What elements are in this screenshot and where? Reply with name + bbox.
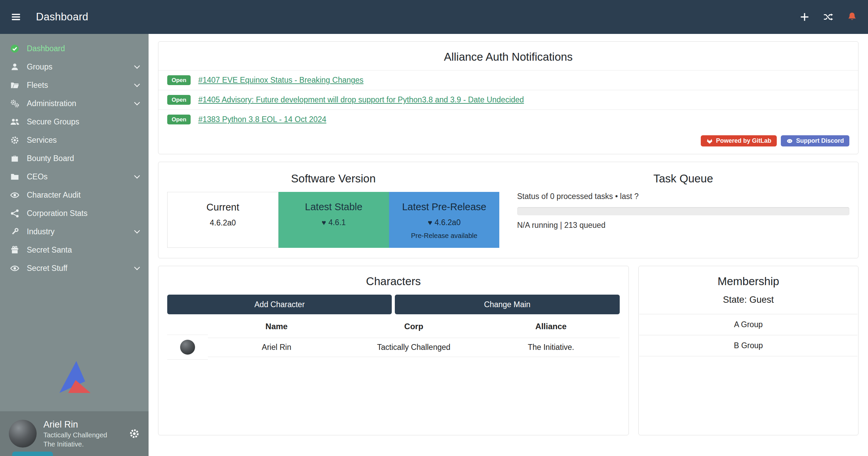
- menu-icon[interactable]: [11, 11, 26, 23]
- version-label: Latest Pre-Release: [392, 201, 496, 213]
- software-version-title: Software Version: [167, 172, 500, 185]
- notification-link[interactable]: #1405 Advisory: Future development will …: [198, 95, 524, 104]
- table-header-name: Name: [208, 317, 345, 335]
- gear-icon[interactable]: [129, 428, 140, 439]
- sidebar-item-bounty-board[interactable]: Bounty Board: [0, 149, 149, 167]
- membership-card: Membership State: Guest A Group B Group: [638, 266, 859, 435]
- table-row-name: Ariel Rin: [208, 338, 345, 357]
- share-icon: [10, 209, 19, 218]
- chevron-down-icon: [134, 81, 140, 87]
- sidebar-bottom-accent: [12, 452, 53, 456]
- users-icon: [10, 117, 19, 126]
- eye-icon: [10, 264, 19, 273]
- gitlab-badge-label: Powered by GitLab: [716, 137, 771, 144]
- notifications-footer: Powered by GitLab Support Discord: [158, 129, 858, 154]
- version-panel-stable: Latest Stable ♥4.6.1: [278, 192, 389, 248]
- version-panel-current: Current 4.6.2a0: [167, 192, 278, 248]
- sidebar-item-ceos[interactable]: CEOs: [0, 167, 149, 186]
- sidebar-item-secret-stuff[interactable]: Secret Stuff: [0, 259, 149, 277]
- discord-badge[interactable]: Support Discord: [781, 135, 849, 146]
- list-item-group-a: A Group: [639, 314, 857, 335]
- sidebar-item-secure-groups[interactable]: Secure Groups: [0, 113, 149, 131]
- sidebar-item-label: CEOs: [27, 172, 128, 181]
- table-header-corp: Corp: [345, 317, 483, 335]
- characters-table: Name Corp Alliance Ariel Rin Tactically …: [167, 317, 620, 360]
- sidebar-nav: Dashboard Groups Fleets Administration: [0, 34, 149, 277]
- eye-icon: [10, 191, 19, 200]
- gear-icon: [10, 136, 19, 145]
- characters-card: Characters Add Character Change Main Nam…: [158, 266, 629, 435]
- shuffle-icon[interactable]: [823, 12, 833, 22]
- sidebar-item-dashboard[interactable]: Dashboard: [0, 39, 149, 58]
- table-row-alliance: The Initiative.: [482, 338, 620, 357]
- sidebar-item-label: Secret Santa: [27, 245, 139, 255]
- discord-icon: [786, 138, 793, 144]
- sidebar-item-secret-santa[interactable]: Secret Santa: [0, 241, 149, 259]
- notification-link[interactable]: #1407 EVE Equinox Status - Breaking Chan…: [198, 76, 363, 85]
- status-card: Software Version Current 4.6.2a0 Latest …: [158, 162, 859, 258]
- sidebar-item-label: Groups: [27, 62, 128, 72]
- version-number: 4.6.1: [328, 218, 346, 227]
- characters-title: Characters: [167, 275, 620, 288]
- notification-row: Open #1405 Advisory: Future development …: [158, 90, 858, 110]
- sidebar-item-administration[interactable]: Administration: [0, 94, 149, 113]
- folder-open-icon: [10, 81, 19, 90]
- gitlab-badge[interactable]: Powered by GitLab: [701, 135, 777, 146]
- task-queue-status: Status of 0 processed tasks • last ?: [517, 192, 850, 201]
- prerelease-note: Pre-Release available: [392, 232, 496, 240]
- main-content: Alliance Auth Notifications Open #1407 E…: [149, 34, 868, 456]
- sidebar-item-label: Fleets: [27, 81, 128, 90]
- sidebar-item-character-audit[interactable]: Character Audit: [0, 186, 149, 204]
- sidebar-item-label: Administration: [27, 99, 128, 108]
- gitlab-icon: [706, 138, 713, 144]
- user-alliance: The Initiative.: [43, 440, 107, 448]
- folder-icon: [10, 172, 19, 181]
- sidebar-item-label: Corporation Stats: [27, 209, 139, 218]
- sidebar-item-label: Industry: [27, 227, 128, 236]
- chevron-down-icon: [134, 264, 140, 270]
- table-header-spacer: [167, 322, 208, 330]
- heart-icon: ♥: [322, 218, 326, 227]
- check-circle-icon: [10, 44, 19, 53]
- notification-row: Open #1383 Python 3.8 EOL - 14 Oct 2024: [158, 110, 858, 129]
- chevron-down-icon: [134, 173, 140, 179]
- version-label: Current: [171, 202, 275, 213]
- membership-title: Membership: [639, 275, 858, 288]
- sidebar-item-label: Secure Groups: [27, 117, 139, 126]
- chevron-down-icon: [134, 228, 140, 234]
- sidebar-item-label: Secret Stuff: [27, 264, 128, 273]
- membership-state: State: Guest: [639, 295, 858, 305]
- plus-icon[interactable]: [799, 12, 810, 22]
- navbar-actions: [799, 12, 857, 22]
- bell-icon[interactable]: [847, 12, 857, 22]
- app-root: Dashboard Dashboard Groups: [0, 0, 868, 456]
- notification-row: Open #1407 EVE Equinox Status - Breaking…: [158, 70, 858, 90]
- add-character-button[interactable]: Add Character: [167, 295, 392, 314]
- sidebar-item-industry[interactable]: Industry: [0, 222, 149, 241]
- sidebar-item-services[interactable]: Services: [0, 131, 149, 149]
- page-title: Dashboard: [36, 11, 88, 23]
- sidebar-item-label: Dashboard: [27, 44, 139, 53]
- status-badge: Open: [167, 115, 191, 124]
- wrench-icon: [10, 227, 19, 236]
- sidebar-item-groups[interactable]: Groups: [0, 58, 149, 76]
- sidebar-item-label: Bounty Board: [27, 154, 139, 163]
- notification-link[interactable]: #1383 Python 3.8 EOL - 14 Oct 2024: [198, 115, 326, 124]
- version-label: Latest Stable: [282, 201, 386, 213]
- sidebar-item-corporation-stats[interactable]: Corporation Stats: [0, 204, 149, 222]
- briefcase-icon: [10, 154, 19, 163]
- change-main-button[interactable]: Change Main: [395, 295, 619, 314]
- version-number: 4.6.2a0: [210, 218, 236, 227]
- list-item-group-b: B Group: [639, 335, 857, 356]
- gift-icon: [10, 245, 19, 255]
- version-panel-prerelease: Latest Pre-Release ♥4.6.2a0 Pre-Release …: [389, 192, 500, 248]
- version-number: 4.6.2a0: [435, 218, 461, 227]
- task-queue-summary: N/A running | 213 queued: [517, 221, 850, 230]
- sidebar-item-fleets[interactable]: Fleets: [0, 76, 149, 94]
- table-header-alliance: Alliance: [482, 317, 620, 335]
- software-version-section: Software Version Current 4.6.2a0 Latest …: [158, 162, 508, 258]
- chevron-down-icon: [134, 100, 140, 105]
- status-badge: Open: [167, 95, 191, 105]
- table-row-corp: Tactically Challenged: [345, 338, 483, 357]
- user-icon: [10, 62, 19, 72]
